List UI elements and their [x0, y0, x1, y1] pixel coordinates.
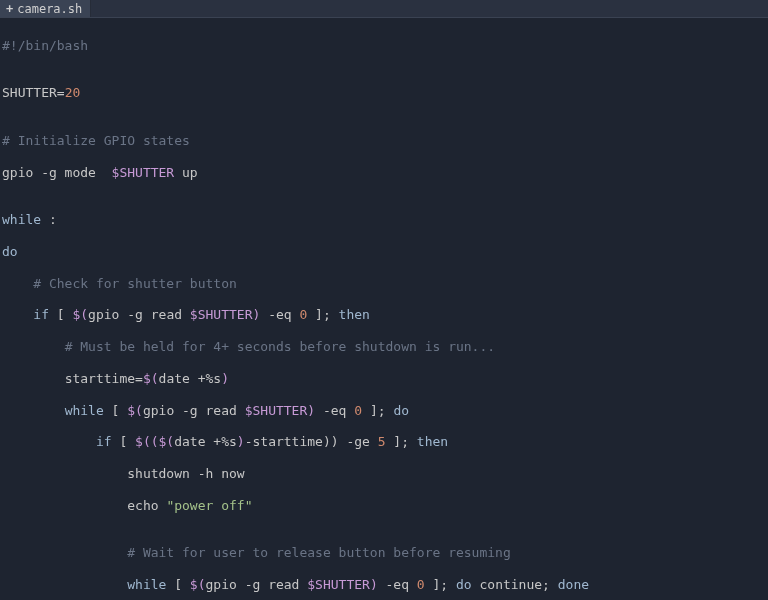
code-line: if [ $(gpio -g read $SHUTTER) -eq 0 ]; t… [2, 307, 768, 323]
code-line: if [ $(($(date +%s)-starttime)) -ge 5 ];… [2, 434, 768, 450]
tab-camera-sh[interactable]: + camera.sh [0, 0, 91, 17]
code-line: # Initialize GPIO states [2, 133, 768, 149]
code-line: # Must be held for 4+ seconds before shu… [2, 339, 768, 355]
code-line: starttime=$(date +%s) [2, 371, 768, 387]
code-line: while : [2, 212, 768, 228]
code-line: gpio -g mode $SHUTTER up [2, 165, 768, 181]
code-line: do [2, 244, 768, 260]
tab-bar: + camera.sh [0, 0, 768, 18]
tab-filename: camera.sh [17, 2, 82, 17]
code-line: echo "power off" [2, 498, 768, 514]
code-editor[interactable]: #!/bin/bash SHUTTER=20 # Initialize GPIO… [0, 18, 768, 600]
code-line: SHUTTER=20 [2, 85, 768, 101]
code-line: #!/bin/bash [2, 38, 768, 54]
code-line: while [ $(gpio -g read $SHUTTER) -eq 0 ]… [2, 577, 768, 593]
plus-icon: + [6, 2, 13, 17]
code-line: # Wait for user to release button before… [2, 545, 768, 561]
code-line: shutdown -h now [2, 466, 768, 482]
code-line: # Check for shutter button [2, 276, 768, 292]
code-line: while [ $(gpio -g read $SHUTTER) -eq 0 ]… [2, 403, 768, 419]
